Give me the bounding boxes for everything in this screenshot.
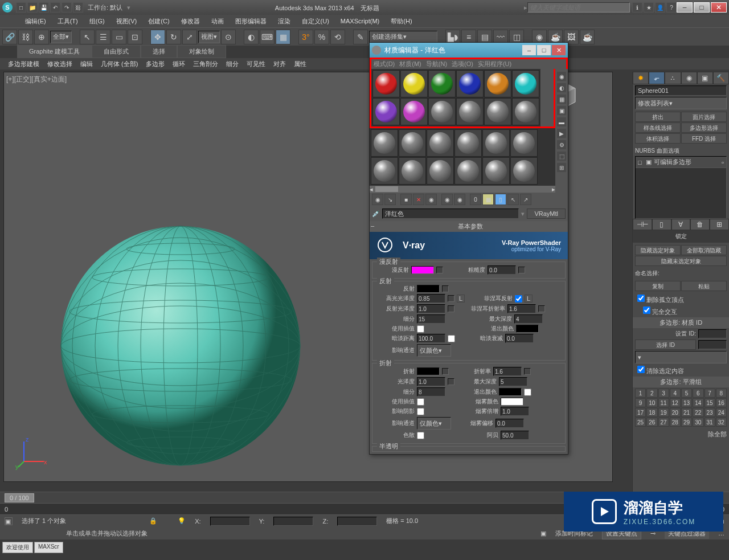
ribbon-panel[interactable]: 对齐 xyxy=(270,59,289,70)
menu-animation[interactable]: 动画 xyxy=(209,16,226,27)
refl-maxdepth-spinner[interactable] xyxy=(514,314,543,324)
smoothing-group-button[interactable]: 5 xyxy=(681,389,692,398)
matid-dropdown[interactable]: ▾ xyxy=(635,351,727,363)
window-crossing-button[interactable]: ⊡ xyxy=(128,30,142,44)
mat-minimize-button[interactable]: – xyxy=(522,45,536,55)
smoothing-group-button[interactable]: 19 xyxy=(658,408,669,417)
smoothing-group-button[interactable]: 7 xyxy=(705,389,715,398)
diffuse-map-checkbox[interactable] xyxy=(436,267,443,273)
close-button[interactable]: ✕ xyxy=(711,2,727,13)
smoothing-group-button[interactable]: 1 xyxy=(635,389,646,398)
object-name-input[interactable] xyxy=(635,85,727,96)
ribbon-panel[interactable]: 循环 xyxy=(169,59,189,70)
set-id-spinner[interactable] xyxy=(698,329,727,338)
create-tab-icon[interactable]: ✸ xyxy=(633,72,649,84)
material-sample-slot[interactable] xyxy=(371,129,398,157)
reset-map-icon[interactable]: ✕ xyxy=(413,194,424,205)
hilight-gloss-spinner[interactable] xyxy=(417,294,445,303)
material-sample-slot[interactable] xyxy=(510,129,538,157)
material-sample-slot[interactable] xyxy=(399,129,426,157)
configure-sets-icon[interactable]: ⊞ xyxy=(710,219,729,230)
material-sample-slot[interactable] xyxy=(510,157,538,185)
smoothing-group-button[interactable]: 27 xyxy=(658,418,669,427)
smoothing-group-button[interactable]: 6 xyxy=(693,389,703,398)
menu-tools[interactable]: 工具(T) xyxy=(55,16,80,27)
refl-exit-color-swatch[interactable] xyxy=(516,325,539,333)
modifier-stack[interactable]: □ ▣ 可编辑多边形 ▫ xyxy=(635,156,727,219)
make-unique-icon[interactable]: ∀ xyxy=(671,219,691,230)
fog-mult-spinner[interactable] xyxy=(501,407,529,416)
ior-map-checkbox[interactable] xyxy=(524,368,531,375)
pick-icon[interactable]: 💉 xyxy=(372,210,380,218)
panel-btn[interactable]: 多边形选择 xyxy=(681,122,727,133)
show-in-vp-icon[interactable]: ▦ xyxy=(482,194,494,205)
welcome-tab[interactable]: 欢迎使用 xyxy=(2,542,33,553)
angle-snap-button[interactable]: 3° xyxy=(298,30,313,44)
make-preview-icon[interactable]: ▶ xyxy=(556,128,567,138)
bind-button[interactable]: ⊕ xyxy=(34,30,49,44)
refr-exit-color-swatch[interactable] xyxy=(499,388,522,396)
smoothing-group-button[interactable]: 26 xyxy=(646,418,657,427)
smoothing-group-button[interactable]: 21 xyxy=(681,408,692,417)
ribbon-panel[interactable]: 多边形 xyxy=(142,59,168,70)
smoothing-group-button[interactable]: 17 xyxy=(635,408,646,417)
smoothing-group-button[interactable]: 23 xyxy=(705,408,715,417)
material-sample-slot[interactable] xyxy=(372,70,400,97)
menu-help[interactable]: 帮助(H) xyxy=(388,16,414,27)
ribbon-panel[interactable]: 属性 xyxy=(290,59,310,70)
hide-unselected-button[interactable]: 隐藏未选定对象 xyxy=(635,256,727,266)
menu-customize[interactable]: 自定义(U) xyxy=(300,16,331,27)
ribbon-tab-selection[interactable]: 选择 xyxy=(141,45,177,58)
smoothing-group-button[interactable]: 28 xyxy=(670,418,681,427)
smoothing-group-button[interactable]: 31 xyxy=(705,418,715,427)
sample-type-icon[interactable]: ◉ xyxy=(556,71,567,81)
snap-button[interactable]: ▦ xyxy=(276,30,290,44)
backlight-icon[interactable]: ◐ xyxy=(556,83,567,93)
panel-btn[interactable]: 面片选择 xyxy=(681,112,727,122)
smoothing-group-button[interactable]: 8 xyxy=(716,389,727,398)
material-sample-slot[interactable] xyxy=(427,157,454,185)
clear-all-link[interactable]: 除全部 xyxy=(708,431,727,438)
diffuse-color-swatch[interactable] xyxy=(411,266,434,274)
keyboard-shortcut-button[interactable]: ⌨ xyxy=(260,30,275,44)
stack-item-editable-poly[interactable]: □ ▣ 可编辑多边形 ▫ xyxy=(636,157,726,168)
dim-falloff-spinner[interactable] xyxy=(505,334,534,343)
manipulate-button[interactable]: ◐ xyxy=(244,30,259,44)
ribbon-panel[interactable]: 修改选择 xyxy=(44,59,76,70)
dim-dist-spinner[interactable] xyxy=(417,334,445,343)
selection-filter-dropdown[interactable]: 全部 ▾ xyxy=(50,31,72,43)
ribbon-panel[interactable]: 多边形建模 xyxy=(5,59,43,70)
ribbon-panel[interactable]: 可见性 xyxy=(243,59,269,70)
unlink-button[interactable]: ⛓ xyxy=(18,30,33,44)
make-unique-icon[interactable]: ◉ xyxy=(441,194,453,205)
ribbon-panel[interactable]: 细分 xyxy=(223,59,242,70)
link-button[interactable]: 🔗 xyxy=(2,30,17,44)
fog-color-swatch[interactable] xyxy=(501,398,523,406)
refl-subdivs-spinner[interactable] xyxy=(417,314,445,324)
dispersion-checkbox[interactable] xyxy=(417,432,424,439)
material-sample-slot[interactable] xyxy=(454,129,482,157)
material-sample-slot[interactable] xyxy=(400,70,428,97)
mat-menu-utilities[interactable]: 实用程序(U) xyxy=(478,60,511,68)
rotate-button[interactable]: ↻ xyxy=(166,30,181,44)
refl-interp-checkbox[interactable] xyxy=(417,325,424,333)
material-sample-slot[interactable] xyxy=(454,157,482,185)
panel-btn[interactable]: 体积选择 xyxy=(635,133,681,144)
smoothing-group-button[interactable]: 15 xyxy=(705,398,715,407)
ribbon-panel[interactable]: 几何体 (全部) xyxy=(97,59,141,70)
hilight-map-checkbox[interactable] xyxy=(448,295,454,302)
sample-uv-icon[interactable]: ▣ xyxy=(556,105,567,116)
hide-selected-button[interactable]: 隐藏选定对象 xyxy=(635,245,681,255)
clear-selection-checkbox[interactable] xyxy=(637,366,645,373)
user-icon[interactable]: 👤 xyxy=(655,2,665,13)
roughness-spinner[interactable] xyxy=(488,265,516,275)
make-copy-icon[interactable]: ◉ xyxy=(425,194,437,205)
modifier-list-dropdown[interactable]: 修改器列表 ▾ xyxy=(635,97,727,109)
smoothing-group-button[interactable]: 25 xyxy=(635,418,646,427)
x-coord-input[interactable] xyxy=(210,517,250,526)
go-forward-icon[interactable]: ↗ xyxy=(520,194,531,205)
display-tab-icon[interactable]: ▣ xyxy=(697,72,713,84)
material-sample-slot[interactable] xyxy=(512,70,539,97)
menu-create[interactable]: 创建(C) xyxy=(146,16,171,27)
material-sample-slot[interactable] xyxy=(371,157,398,185)
